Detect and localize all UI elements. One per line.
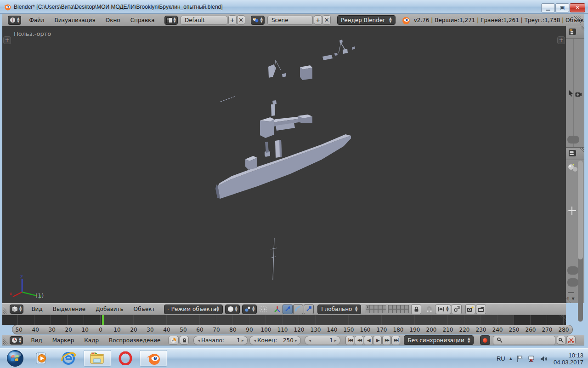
taskbar-ie-button[interactable] [55,350,82,367]
timeline-ruler-scrollbar[interactable]: -50-40-30-20-100102030405060708090100110… [12,325,573,334]
menu-help[interactable]: Справка [125,17,160,23]
stepper-left-icon[interactable]: ◂ [309,338,311,343]
proportional-edit-button[interactable] [452,305,462,314]
show-hidden-icons-button[interactable]: ▲ [509,356,512,361]
menu-view[interactable]: Вид [26,306,47,312]
layer-cell[interactable] [370,309,374,313]
shading-dropdown[interactable]: ▲▼ [225,305,240,314]
menu-playback[interactable]: Воспроизведение [104,337,165,344]
previous-keyframe-button[interactable]: ◀◀ [355,336,363,345]
properties-knob[interactable] [567,266,578,275]
current-frame-field[interactable]: ◂ 1 ▸ [305,336,340,345]
layer-cell[interactable] [388,309,392,313]
taskbar-opera-button[interactable] [113,350,138,367]
layer-cell[interactable] [401,309,405,313]
snap-element-dropdown[interactable]: ▲▼ [435,305,451,314]
insert-keyframe-button[interactable] [557,336,566,345]
add-layout-button[interactable]: + [228,15,237,25]
start-button[interactable] [4,350,27,367]
action-center-flag-icon[interactable] [516,355,523,362]
toolshelf-expand-button[interactable]: + [3,36,11,44]
lock-to-scene-button[interactable] [411,305,421,314]
layer-cell[interactable] [405,305,409,309]
layer-cell[interactable] [374,309,378,313]
menu-frame[interactable]: Кадр [79,337,104,344]
minimize-button[interactable]: ▁ [541,3,555,12]
play-reverse-button[interactable]: ◀ [364,336,373,345]
screen-layout-name[interactable]: Default [181,16,227,25]
editor-type-selector-timeline[interactable]: ▲▼ [10,336,23,345]
properties-knob[interactable] [567,278,578,287]
orientation-dropdown[interactable]: Глобально ▲▼ [317,305,361,314]
render-engine-dropdown[interactable]: Рендер Blender ▲▼ [337,15,396,25]
menu-window[interactable]: Окно [101,17,125,23]
resize-corner[interactable] [3,305,9,314]
menu-file[interactable]: Файл [24,17,49,23]
delete-scene-button[interactable]: ✕ [322,15,331,25]
layer-cell[interactable] [396,309,401,313]
menu-render[interactable]: Визуализация [50,17,101,23]
timeline-track[interactable] [2,315,566,325]
layer-cell[interactable] [366,309,370,313]
layers-grid-2[interactable] [388,305,409,313]
mode-dropdown[interactable]: Режим объекта ▲▼ [164,305,223,314]
end-frame-field[interactable]: ◂ Конец: 250 ▸ [249,336,301,345]
rotate-manipulator-button[interactable] [293,305,303,314]
close-button[interactable]: ✕ [570,3,585,12]
layer-cell[interactable] [401,305,405,309]
menu-object[interactable]: Объект [129,306,160,312]
snap-toggle-button[interactable] [424,305,434,314]
resize-corner[interactable] [3,337,9,345]
layer-cell[interactable] [378,305,382,309]
stepper-left-icon[interactable]: ◂ [254,338,256,343]
menu-marker[interactable]: Маркер [47,337,79,344]
scene-selector[interactable]: ▲▼ [251,16,265,25]
render-opengl-button[interactable] [465,305,475,314]
network-status-icon[interactable]: ✕ [527,355,536,362]
resize-corner[interactable] [578,148,584,154]
layer-cell[interactable] [405,309,409,313]
manipulator-toggle[interactable] [272,305,282,314]
outliner-scroll-knob[interactable] [567,136,579,144]
properties-header[interactable] [566,148,584,160]
taskbar-blender-button[interactable] [140,350,167,367]
render-opengl-anim-button[interactable] [476,305,486,314]
outliner-header[interactable] [566,26,584,39]
volume-icon[interactable] [540,355,548,362]
window-titlebar[interactable]: Blender* [C:\Users\Вита\Desktop\МОИ МОДЕ… [0,0,588,14]
layer-cell[interactable] [396,305,401,309]
stepper-right-icon[interactable]: ▸ [334,338,337,343]
scene-name[interactable]: Scene [267,16,313,25]
taskbar-explorer-button[interactable] [84,350,111,367]
layer-cell[interactable] [392,309,396,313]
menu-view-timeline[interactable]: Вид [26,337,47,344]
jump-to-end-button[interactable]: ▶▶| [391,336,400,345]
layers-grid-1[interactable] [366,305,386,313]
screen-layout-selector[interactable]: ▲▼ [164,16,178,25]
viewport-3d[interactable]: Польз.-орто + + [2,26,566,303]
properties-scrollbar[interactable] [578,161,583,259]
start-frame-field[interactable]: ◂ Начало: 1 ▸ [193,336,248,345]
jump-to-start-button[interactable]: |◀◀ [345,336,354,345]
delete-layout-button[interactable]: ✕ [237,15,245,25]
layer-cell[interactable] [382,309,386,313]
current-frame-marker[interactable] [102,315,104,325]
next-keyframe-button[interactable]: ▶▶ [382,336,391,345]
sync-dropdown[interactable]: Без синхронизации ▲▼ [404,335,474,345]
delete-keyframe-button[interactable] [566,336,576,345]
taskbar-wmp-button[interactable] [28,350,53,367]
auto-keyframe-button[interactable] [480,335,490,345]
taskbar-clock[interactable]: 10:13 04.03.2017 [554,352,583,366]
add-scene-button[interactable]: + [314,15,322,25]
stepper-right-icon[interactable]: ▸ [295,338,297,343]
restore-button[interactable]: ▣ [555,3,569,12]
layer-cell[interactable] [388,305,392,309]
pivot-dropdown[interactable]: ▲▼ [242,305,257,314]
layer-cell[interactable] [382,305,386,309]
layer-cell[interactable] [392,305,396,309]
properties-expand-button[interactable]: + [557,36,565,44]
lock-frame-button[interactable] [180,336,189,345]
stepper-left-icon[interactable]: ◂ [198,338,200,343]
keying-set-field[interactable] [493,336,555,345]
scale-manipulator-button[interactable] [304,305,314,314]
